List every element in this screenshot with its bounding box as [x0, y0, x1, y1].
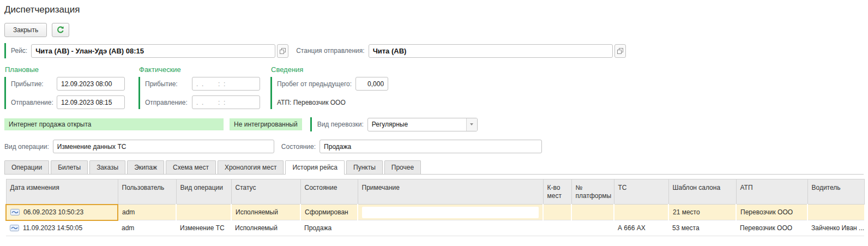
table-row[interactable]: 06.09.2023 10:50:23 adm Исполняемый Сфор…: [6, 205, 864, 220]
col-change-date[interactable]: Дата изменения: [6, 179, 118, 205]
page-title: Диспетчеризация: [4, 4, 864, 15]
operation-kind-label: Вид операции:: [4, 143, 49, 151]
transport-kind-value: Регулярные: [368, 118, 466, 131]
tab-crew[interactable]: Экипаж: [127, 160, 164, 174]
tab-orders[interactable]: Заказы: [89, 160, 125, 174]
actual-departure-input[interactable]: [192, 95, 260, 109]
col-seats[interactable]: К-во мест: [543, 179, 571, 205]
cell-state[interactable]: Продажа: [300, 220, 358, 236]
internet-sale-banner: Интернет продажа открыта: [4, 118, 224, 130]
dispatch-page: Диспетчеризация Закрыть Рейс: Стан: [0, 0, 868, 236]
actual-arrival-label: Прибытие:: [145, 80, 192, 88]
planned-departure-input[interactable]: [57, 95, 125, 109]
planned-arrival-label: Прибытие:: [11, 80, 57, 88]
col-atp[interactable]: АТП: [736, 179, 807, 205]
cell-cabin-template[interactable]: 21 место: [668, 205, 736, 220]
chevron-down-icon: [470, 123, 473, 125]
planned-section: Плановые Прибытие: Отправление:: [4, 65, 133, 109]
tab-trip-history[interactable]: История рейса: [285, 160, 345, 175]
change-date-value: 11.09.2023 14:50:05: [23, 224, 82, 232]
transport-kind-select[interactable]: Регулярные: [367, 118, 478, 131]
toolbar: Закрыть: [4, 23, 864, 37]
cell-atp[interactable]: Перевозчик ООО: [736, 220, 807, 236]
cell-note[interactable]: [358, 220, 543, 236]
operation-kind-input[interactable]: [53, 140, 274, 153]
close-button[interactable]: Закрыть: [4, 23, 47, 37]
info-section: Сведения Пробег от предыдущего: АТП: Пер…: [270, 65, 388, 109]
tab-other[interactable]: Прочее: [384, 160, 421, 174]
atp-text: АТП: Перевозчик ООО: [277, 99, 346, 106]
col-vehicle[interactable]: ТС: [614, 179, 668, 205]
tab-tickets[interactable]: Билеты: [51, 160, 88, 174]
planned-departure-label: Отправление:: [11, 99, 57, 106]
cell-status[interactable]: Исполняемый: [231, 205, 300, 220]
integration-badge: Не интегрированный: [230, 118, 302, 130]
cell-operation-kind[interactable]: [176, 205, 231, 220]
cell-platform[interactable]: [571, 205, 614, 220]
state-input[interactable]: [320, 140, 542, 153]
cell-user[interactable]: adm: [118, 220, 176, 236]
change-date-value: 06.09.2023 10:50:23: [23, 208, 83, 216]
cell-seats[interactable]: [543, 205, 571, 220]
refresh-button[interactable]: [52, 23, 69, 37]
actual-departure-label: Отправление:: [145, 99, 192, 106]
cell-note[interactable]: [358, 205, 543, 220]
tab-seat-chronology[interactable]: Хронология мест: [218, 160, 284, 174]
cell-driver[interactable]: Зайченко Иван ...: [807, 220, 864, 236]
cell-driver[interactable]: [807, 205, 864, 220]
open-form-icon: [280, 48, 286, 54]
tab-operations[interactable]: Операции: [4, 160, 49, 174]
col-platform[interactable]: № платформы: [571, 179, 614, 205]
cell-change-date[interactable]: 06.09.2023 10:50:23: [6, 205, 118, 220]
state-label: Состояние:: [281, 143, 316, 151]
actual-arrival-input[interactable]: [192, 77, 260, 91]
cell-vehicle[interactable]: А 666 АХ: [614, 220, 668, 236]
record-icon: [10, 209, 20, 215]
table-header-row: Дата изменения Пользователь Вид операции…: [6, 179, 864, 205]
cell-status[interactable]: Исполняемый: [231, 220, 300, 236]
cell-user[interactable]: adm: [118, 205, 176, 220]
cell-operation-kind[interactable]: Изменение ТС: [176, 220, 231, 236]
actual-title: Фактические: [139, 65, 265, 74]
mileage-input[interactable]: [355, 77, 388, 91]
cell-seats[interactable]: [543, 220, 571, 236]
col-driver[interactable]: Водитель: [807, 179, 864, 205]
col-note[interactable]: Примечание: [358, 179, 543, 205]
actual-section: Фактические Прибытие: Отправление:: [138, 65, 265, 109]
cell-atp[interactable]: Перевозчик ООО: [736, 205, 807, 220]
route-label: Рейс:: [11, 47, 27, 55]
tab-strip: Операции Билеты Заказы Экипаж Схема мест…: [4, 160, 864, 175]
mileage-label: Пробег от предыдущего:: [277, 80, 352, 88]
note-input[interactable]: [362, 207, 539, 218]
station-open-button[interactable]: [614, 44, 626, 58]
cell-cabin-template[interactable]: 53 места: [668, 220, 736, 236]
status-banner-row: Интернет продажа открыта Не интегрирован…: [4, 117, 864, 131]
planned-arrival-input[interactable]: [57, 77, 125, 91]
route-open-button[interactable]: [277, 44, 288, 58]
cell-platform[interactable]: [571, 220, 614, 236]
col-cabin-template[interactable]: Шаблон салона: [668, 179, 736, 205]
open-form-icon: [617, 48, 623, 54]
cell-change-date[interactable]: 11.09.2023 14:50:05: [6, 220, 118, 236]
transport-kind-dropdown-button[interactable]: [466, 118, 477, 131]
times-sections: Плановые Прибытие: Отправление: Фактичес…: [4, 65, 864, 109]
tab-points[interactable]: Пункты: [346, 160, 383, 174]
operation-row: Вид операции: Состояние:: [4, 140, 864, 153]
col-status[interactable]: Статус: [231, 179, 300, 205]
table-row[interactable]: 11.09.2023 14:50:05 adm Изменение ТС Исп…: [6, 220, 864, 236]
col-state[interactable]: Состояние: [300, 179, 358, 205]
history-table: Дата изменения Пользователь Вид операции…: [5, 179, 865, 236]
station-label: Станция отправления:: [296, 47, 364, 55]
route-input[interactable]: [31, 44, 275, 58]
group-bar: [4, 43, 6, 58]
info-title: Сведения: [271, 65, 388, 74]
route-row: Рейс: Станция отправления:: [4, 43, 864, 58]
col-operation-kind[interactable]: Вид операции: [176, 179, 231, 205]
cell-vehicle[interactable]: [614, 205, 668, 220]
tab-seat-map[interactable]: Схема мест: [166, 160, 216, 174]
history-table-wrap: Дата изменения Пользователь Вид операции…: [5, 179, 863, 236]
col-user[interactable]: Пользователь: [118, 179, 176, 205]
cell-state[interactable]: Сформирован: [300, 205, 358, 220]
station-input[interactable]: [369, 44, 613, 58]
planned-title: Плановые: [5, 65, 133, 74]
